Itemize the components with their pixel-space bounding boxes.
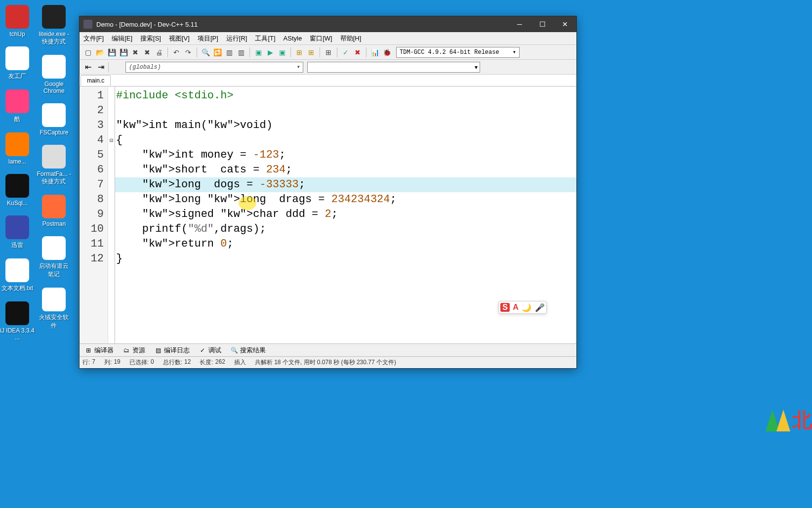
desktop-shortcut[interactable]: KuSql... <box>0 174 35 207</box>
compiler-combo-value: TDM-GCC 4.9.2 64-bit Release <box>400 49 499 56</box>
ime-a-icon: A <box>513 303 519 312</box>
close-button[interactable]: ✕ <box>554 16 576 32</box>
desktop-shortcut[interactable]: lame... <box>0 132 35 165</box>
open-button[interactable]: 📂 <box>94 47 105 58</box>
desktop-shortcut[interactable]: 启动有道云笔记 <box>37 236 71 279</box>
line-number: 10 <box>80 222 104 237</box>
line-number: 12 <box>80 252 104 266</box>
bottom-panel-tab[interactable]: 🔍搜索结果 <box>227 345 269 356</box>
close-all-button[interactable]: ✖ <box>142 47 153 58</box>
debug-button[interactable]: ⊞ <box>323 47 334 58</box>
code-line[interactable]: "kw">int money = -123; <box>115 148 576 163</box>
ime-indicator[interactable]: S A 🌙 🎤 <box>498 301 547 314</box>
menu-item[interactable]: 窗口[W] <box>306 32 336 44</box>
tab-main-c[interactable]: main.c <box>81 75 111 86</box>
status-total-lines: 总行数:12 <box>163 358 191 367</box>
code-line[interactable]: "kw">int main("kw">void) <box>115 118 576 133</box>
desktop-shortcut[interactable]: Google Chrome <box>37 55 71 94</box>
menu-item[interactable]: AStyle <box>280 32 306 44</box>
compile-run-button[interactable]: ▣ <box>277 47 287 58</box>
desktop-shortcut[interactable]: 迅雷 <box>0 215 35 250</box>
code-line[interactable] <box>115 103 576 118</box>
code-line[interactable]: "kw">long dogs = -33333; <box>115 177 576 192</box>
desktop-shortcut[interactable]: 友工厂 <box>0 46 35 81</box>
shortcut-icon <box>42 288 66 311</box>
code-line[interactable]: "kw">return 0; <box>115 237 576 252</box>
editor-area[interactable]: 123456789101112 ⊟ #include <stdio.h>"kw"… <box>80 86 576 343</box>
cursor-highlight <box>239 196 256 210</box>
fold-toggle <box>108 118 115 133</box>
goto-button[interactable]: ▥ <box>224 47 235 58</box>
profile-button[interactable]: 📊 <box>369 47 380 58</box>
fold-toggle <box>108 207 115 222</box>
desktop-shortcut[interactable]: FormatFa... - 快捷方式 <box>37 145 71 186</box>
undo-button[interactable]: ↶ <box>171 47 182 58</box>
code-line[interactable]: } <box>115 252 576 266</box>
bottom-panel-tab[interactable]: ▤编译日志 <box>151 345 193 356</box>
save-button[interactable]: 💾 <box>106 47 117 58</box>
fold-column[interactable]: ⊟ <box>108 86 115 343</box>
desktop-shortcut[interactable]: iJ IDEA 3.3.4 ... <box>0 301 35 341</box>
code-line[interactable]: { <box>115 133 576 148</box>
shortcut-label: iJ IDEA 3.3.4 ... <box>0 327 35 341</box>
print-button[interactable]: 🖨 <box>154 47 164 58</box>
titlebar[interactable]: Demo - [Demo.dev] - Dev-C++ 5.11 ─ ☐ ✕ <box>80 16 576 32</box>
nav-fwd-button[interactable]: ⇥ <box>95 62 106 73</box>
desktop-shortcut[interactable]: FSCapture <box>37 103 71 136</box>
logo-m-icon <box>766 410 790 431</box>
globals-combo[interactable]: (globals) ▾ <box>125 62 303 73</box>
desktop-shortcut[interactable]: 火绒安全软件 <box>37 288 71 330</box>
line-number-gutter: 123456789101112 <box>80 86 108 343</box>
code-line[interactable]: printf("%d",drags); <box>115 222 576 237</box>
bottom-panel-tab[interactable]: ✓调试 <box>196 345 224 356</box>
find-button[interactable]: 🔍 <box>200 47 211 58</box>
code-line[interactable]: #include <stdio.h> <box>115 88 576 103</box>
redo-button[interactable]: ↷ <box>183 47 194 58</box>
chevron-down-icon: ▾ <box>475 64 478 71</box>
accept-button[interactable]: ✓ <box>340 47 351 58</box>
code-line[interactable]: "kw">short cats = 234; <box>115 163 576 177</box>
menu-item[interactable]: 项目[P] <box>194 32 222 44</box>
code-line[interactable]: "kw">signed "kw">char ddd = 2; <box>115 207 576 222</box>
minimize-button[interactable]: ─ <box>508 16 531 32</box>
bookmark-button[interactable]: ▥ <box>236 47 246 58</box>
reject-button[interactable]: ✖ <box>352 47 363 58</box>
shortcut-label: 迅雷 <box>0 241 35 250</box>
panel-tab-icon: 🔍 <box>230 346 238 354</box>
status-line: 行:7 <box>82 358 95 367</box>
nav-back-button[interactable]: ⇤ <box>82 62 93 73</box>
maximize-button[interactable]: ☐ <box>531 16 554 32</box>
fold-toggle[interactable]: ⊟ <box>108 133 115 148</box>
replace-button[interactable]: 🔁 <box>212 47 223 58</box>
desktop-shortcut[interactable]: 酷 <box>0 89 35 124</box>
desktop-shortcut[interactable]: liteide.exe - 快捷方式 <box>37 5 71 46</box>
menu-item[interactable]: 搜索[S] <box>136 32 165 44</box>
compile-button[interactable]: ▣ <box>253 47 264 58</box>
rebuild-button[interactable]: ⊞ <box>294 47 305 58</box>
run-button[interactable]: ▶ <box>265 47 276 58</box>
desktop-shortcut[interactable]: 文本文档.txt <box>0 258 35 293</box>
menu-item[interactable]: 运行[R] <box>222 32 251 44</box>
line-number: 7 <box>80 177 104 192</box>
menu-item[interactable]: 工具[T] <box>251 32 279 44</box>
tab-label: main.c <box>87 77 104 84</box>
save-all-button[interactable]: 💾 <box>118 47 129 58</box>
menu-item[interactable]: 编辑[E] <box>108 32 136 44</box>
bottom-panel-tab[interactable]: ⊞编译器 <box>81 345 117 356</box>
syntax-check-button[interactable]: ⊞ <box>306 47 317 58</box>
line-number: 11 <box>80 237 104 252</box>
menu-item[interactable]: 帮助[H] <box>336 32 365 44</box>
shortcut-label: 火绒安全软件 <box>37 313 71 330</box>
menu-item[interactable]: 视图[V] <box>165 32 194 44</box>
members-combo[interactable]: ▾ <box>307 62 480 73</box>
analyze-button[interactable]: 🐞 <box>381 47 392 58</box>
desktop-shortcut[interactable]: tchUp <box>0 5 35 38</box>
compiler-combo[interactable]: TDM-GCC 4.9.2 64-bit Release ▾ <box>396 47 520 58</box>
close-file-button[interactable]: ✖ <box>130 47 141 58</box>
new-file-button[interactable]: ▢ <box>82 47 93 58</box>
panel-tab-icon: ▤ <box>154 346 162 354</box>
menu-item[interactable]: 文件[F] <box>80 32 108 44</box>
desktop-shortcut[interactable]: Postman <box>37 195 71 227</box>
bottom-panel-tab[interactable]: 🗂资源 <box>120 345 148 356</box>
code-line[interactable]: "kw">long "kw">long drags = 234234324; <box>115 192 576 207</box>
